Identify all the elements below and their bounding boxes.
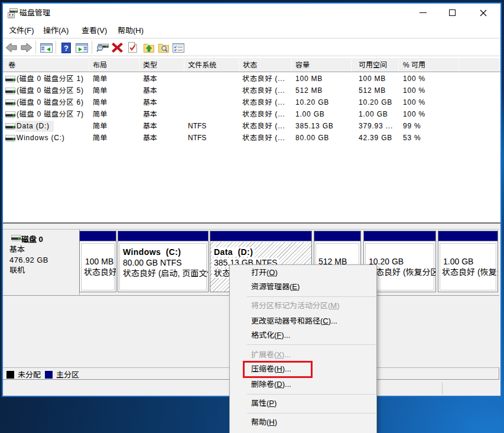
svg-text:?: ? <box>64 44 69 53</box>
